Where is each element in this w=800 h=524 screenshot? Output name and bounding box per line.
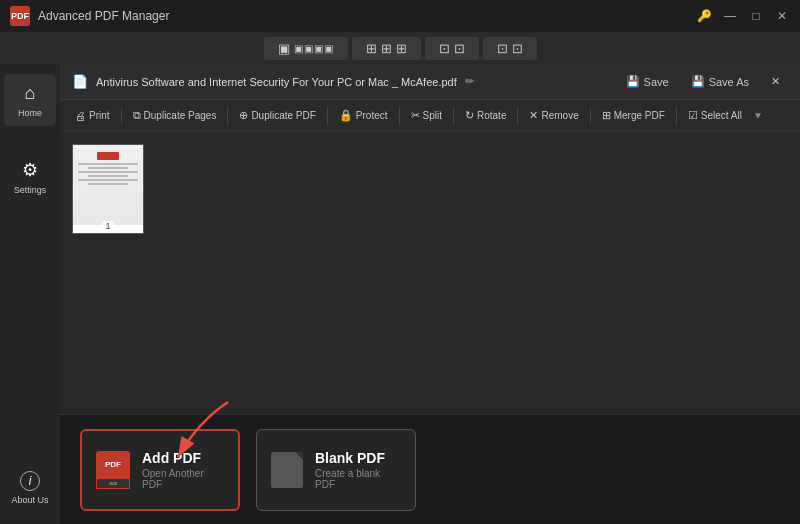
divider-5 (453, 108, 454, 124)
print-button[interactable]: 🖨 Print (68, 107, 117, 125)
file-actions: 💾 Save 💾 Save As ✕ (618, 72, 788, 91)
split-label: Split (423, 110, 442, 121)
close-button[interactable]: ✕ (774, 9, 790, 23)
edit-icon: ✏ (465, 75, 474, 88)
thumb-line-3 (78, 171, 138, 173)
thumb-line-2 (88, 167, 128, 169)
duplicate-pages-icon: ⧉ (133, 109, 141, 122)
print-label: Print (89, 110, 110, 121)
pdf-thumbnail-area: 1 (60, 132, 800, 246)
merge-pdf-button[interactable]: ⊞ Merge PDF (595, 106, 672, 125)
file-name-text: Antivirus Software and Internet Security… (96, 76, 457, 88)
save-as-button[interactable]: 💾 Save As (683, 72, 757, 91)
protect-label: Protect (356, 110, 388, 121)
split-button[interactable]: ✂ Split (404, 106, 449, 125)
minimize-button[interactable]: — (722, 9, 738, 23)
duplicate-pdf-icon: ⊕ (239, 109, 248, 122)
save-icon: 💾 (626, 75, 640, 88)
select-all-button[interactable]: ☑ Select All (681, 106, 749, 125)
divider-7 (590, 108, 591, 124)
sidebar-item-about[interactable]: i About Us (4, 462, 56, 514)
bottom-panel: PDF ≡≡ Add PDF Open Another PDF (60, 414, 800, 524)
duplicate-pdf-button[interactable]: ⊕ Duplicate PDF (232, 106, 322, 125)
tab-view-3[interactable]: ⊡⊡ (425, 37, 479, 60)
merge-pdf-icon: ⊞ (602, 109, 611, 122)
rotate-icon: ↻ (465, 109, 474, 122)
about-icon: i (20, 471, 40, 491)
duplicate-pages-label: Duplicate Pages (144, 110, 217, 121)
content-area: 📄 Antivirus Software and Internet Securi… (60, 64, 800, 524)
thumb-line-1 (78, 163, 138, 165)
file-name-bar: 📄 Antivirus Software and Internet Securi… (72, 74, 618, 89)
add-pdf-subtitle: Open Another PDF (142, 468, 224, 490)
pdf-canvas: 1 (60, 132, 800, 414)
blank-pdf-card[interactable]: Blank PDF Create a blank PDF (256, 429, 416, 511)
print-icon: 🖨 (75, 110, 86, 122)
add-pdf-text: Add PDF Open Another PDF (142, 450, 224, 490)
pdf-page-content (73, 145, 143, 225)
divider-1 (121, 108, 122, 124)
toolbar-tabs: ▣ ▣▣▣▣ ⊞⊞⊞ ⊡⊡ ⊡⊡ (0, 32, 800, 64)
blank-pdf-icon (271, 452, 303, 488)
blank-pdf-subtitle: Create a blank PDF (315, 468, 401, 490)
pdf-page-thumb[interactable]: 1 (72, 144, 144, 234)
add-pdf-icon: PDF ≡≡ (96, 451, 130, 489)
app-title: Advanced PDF Manager (38, 9, 696, 23)
toolbar-scroll-icon[interactable]: ▼ (753, 110, 763, 121)
protect-icon: 🔒 (339, 109, 353, 122)
tab-view-1[interactable]: ▣ ▣▣▣▣ (264, 37, 348, 60)
sidebar-about-label: About Us (11, 495, 48, 505)
action-toolbar: 🖨 Print ⧉ Duplicate Pages ⊕ Duplicate PD… (60, 100, 800, 132)
home-icon: ⌂ (25, 83, 36, 104)
sidebar-home-label: Home (18, 108, 42, 118)
thumb-logo (97, 152, 119, 160)
thumb-line-6 (88, 183, 128, 185)
divider-8 (676, 108, 677, 124)
merge-pdf-label: Merge PDF (614, 110, 665, 121)
maximize-button[interactable]: □ (748, 9, 764, 23)
add-pdf-card[interactable]: PDF ≡≡ Add PDF Open Another PDF (80, 429, 240, 511)
select-all-label: Select All (701, 110, 742, 121)
remove-label: Remove (541, 110, 578, 121)
tab-view-2[interactable]: ⊞⊞⊞ (352, 37, 421, 60)
page-number: 1 (102, 221, 113, 231)
settings-icon: ⚙ (22, 159, 38, 181)
thumb-line-5 (78, 179, 138, 181)
divider-4 (399, 108, 400, 124)
sidebar-settings-label: Settings (14, 185, 47, 195)
divider-6 (517, 108, 518, 124)
main-layout: ⌂ Home ⚙ Settings i About Us 📄 Antivirus… (0, 64, 800, 524)
blank-pdf-text: Blank PDF Create a blank PDF (315, 450, 401, 490)
window-controls: 🔑 — □ ✕ (696, 9, 790, 23)
divider-2 (227, 108, 228, 124)
search-icon[interactable]: 🔑 (696, 9, 712, 23)
save-as-icon: 💾 (691, 75, 705, 88)
sidebar-item-settings[interactable]: ⚙ Settings (4, 151, 56, 203)
tab-view-4[interactable]: ⊡⊡ (483, 37, 537, 60)
select-all-icon: ☑ (688, 109, 698, 122)
sidebar-item-home[interactable]: ⌂ Home (4, 74, 56, 126)
protect-button[interactable]: 🔒 Protect (332, 106, 395, 125)
file-header: 📄 Antivirus Software and Internet Securi… (60, 64, 800, 100)
add-pdf-title: Add PDF (142, 450, 224, 466)
app-icon: PDF (10, 6, 30, 26)
save-label: Save (644, 76, 669, 88)
remove-icon: ✕ (529, 109, 538, 122)
duplicate-pages-button[interactable]: ⧉ Duplicate Pages (126, 106, 224, 125)
save-as-label: Save As (709, 76, 749, 88)
divider-3 (327, 108, 328, 124)
save-button[interactable]: 💾 Save (618, 72, 677, 91)
sidebar: ⌂ Home ⚙ Settings i About Us (0, 64, 60, 524)
close-icon: ✕ (771, 75, 780, 88)
remove-button[interactable]: ✕ Remove (522, 106, 585, 125)
split-icon: ✂ (411, 109, 420, 122)
title-bar: PDF Advanced PDF Manager 🔑 — □ ✕ (0, 0, 800, 32)
rotate-button[interactable]: ↻ Rotate (458, 106, 513, 125)
rotate-label: Rotate (477, 110, 506, 121)
duplicate-pdf-label: Duplicate PDF (251, 110, 315, 121)
file-close-button[interactable]: ✕ (763, 72, 788, 91)
file-icon: 📄 (72, 74, 88, 89)
blank-pdf-title: Blank PDF (315, 450, 401, 466)
thumb-line-4 (88, 175, 128, 177)
